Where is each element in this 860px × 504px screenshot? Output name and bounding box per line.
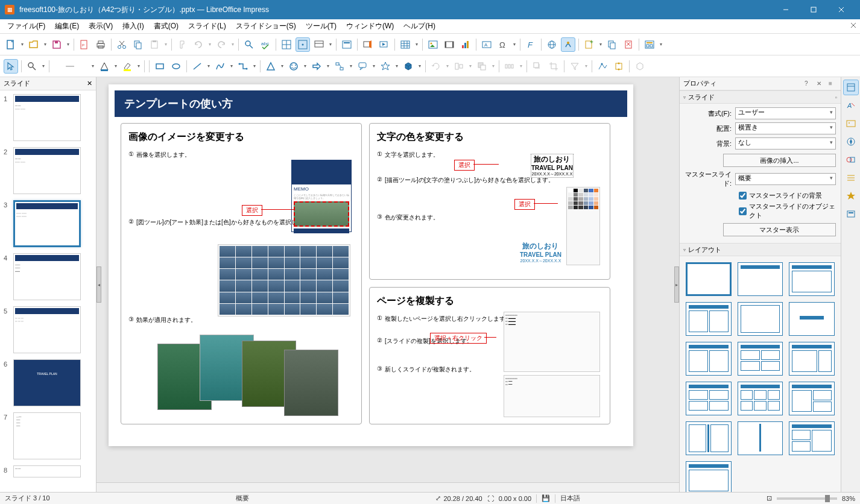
highlighting-dropdown[interactable]: ▾	[136, 63, 141, 69]
find-replace-icon[interactable]	[242, 37, 256, 52]
properties-tab-icon[interactable]	[843, 80, 859, 95]
spellcheck-icon[interactable]: abc	[258, 37, 273, 52]
layout-content-only[interactable]	[738, 302, 783, 336]
slide-layout-icon[interactable]	[642, 37, 657, 52]
shapes-tab-icon[interactable]	[843, 152, 859, 168]
arrange-icon[interactable]	[475, 59, 489, 74]
ellipse-icon[interactable]	[169, 59, 183, 74]
layout-2-1[interactable]	[789, 421, 835, 455]
menu-insert[interactable]: 挿入(I)	[118, 20, 148, 33]
grid-icon[interactable]	[279, 37, 294, 52]
save-dropdown[interactable]: ▾	[66, 42, 71, 47]
display-views-icon[interactable]	[312, 37, 326, 52]
3d-objects-icon[interactable]	[401, 59, 416, 74]
zoom-tool-icon[interactable]	[25, 59, 39, 74]
layout-comparison[interactable]	[738, 342, 783, 376]
chart-icon[interactable]	[458, 37, 473, 52]
slide-transition-tab-icon[interactable]	[843, 170, 859, 186]
redo-icon[interactable]	[214, 37, 229, 52]
layout-title-2content[interactable]	[789, 342, 835, 376]
orientation-select[interactable]: 横置き	[735, 122, 836, 134]
start-current-icon[interactable]	[377, 37, 391, 52]
menu-view[interactable]: 表示(V)	[84, 20, 118, 33]
zoom-dropdown[interactable]: ▾	[41, 63, 46, 69]
redo-dropdown[interactable]: ▾	[230, 42, 235, 47]
menu-slide[interactable]: スライド(L)	[183, 20, 231, 33]
close-button[interactable]	[827, 0, 855, 19]
format-select[interactable]: ユーザー	[735, 107, 836, 119]
block-arrows-icon[interactable]	[309, 59, 324, 74]
menu-window[interactable]: ウィンドウ(W)	[341, 20, 399, 33]
slide-thumbnail[interactable]: ━━ ━━▭▭ ▭▭	[13, 147, 81, 194]
duplicate-slide-icon[interactable]	[605, 37, 619, 52]
slides-list[interactable]: 1━━ ━━▭▭ ▭▭ 2━━ ━━▭▭ ▭▭ 3▭▭ ▭▭▭▭ ▭▭ 4━━━…	[0, 90, 96, 492]
menu-edit[interactable]: 編集(E)	[50, 20, 84, 33]
shadow-icon[interactable]	[530, 59, 545, 74]
slide-layout-dropdown[interactable]: ▾	[659, 42, 663, 47]
master-slide-icon[interactable]	[340, 37, 354, 52]
rotate-icon[interactable]	[429, 59, 443, 74]
copy-icon[interactable]	[131, 37, 145, 52]
slide-section-header[interactable]: ▿ スライド ▫	[680, 90, 841, 104]
insert-image-button[interactable]: 画像の挿入...	[723, 154, 836, 167]
layout-section-header[interactable]: ▿ レイアウト	[680, 243, 841, 256]
hyperlink-icon[interactable]	[545, 37, 559, 52]
slide-thumbnail[interactable]: ▭ ▭ ▭▭ ▭ ▭	[13, 306, 81, 353]
horizontal-scrollbar[interactable]	[96, 482, 679, 492]
document-close-icon[interactable]	[850, 22, 856, 30]
media-icon[interactable]	[442, 37, 457, 52]
slide-thumbnail[interactable]: ▭▭ ▭▭▭▭ ▭▭	[13, 200, 81, 247]
master-view-button[interactable]: マスター表示	[723, 223, 836, 236]
zoom-slider[interactable]	[777, 497, 837, 500]
arrange-dropdown[interactable]: ▾	[491, 63, 496, 69]
gluepoints-icon[interactable]	[612, 59, 626, 74]
menu-tools[interactable]: ツール(T)	[301, 20, 341, 33]
new-icon[interactable]	[4, 37, 18, 52]
rotate-dropdown[interactable]: ▾	[445, 63, 450, 69]
align-objects-dropdown[interactable]: ▾	[468, 63, 473, 69]
delete-slide-icon[interactable]	[621, 37, 636, 52]
clone-format-icon[interactable]	[175, 37, 189, 52]
connector-icon[interactable]	[236, 59, 250, 74]
distribute-dropdown[interactable]: ▾	[519, 63, 523, 69]
flowchart-dropdown[interactable]: ▾	[349, 63, 353, 69]
layout-two-content[interactable]	[686, 302, 732, 336]
align-objects-icon[interactable]	[452, 59, 466, 74]
start-first-icon[interactable]	[361, 37, 375, 52]
gallery-tab-icon[interactable]	[843, 116, 859, 131]
show-draw-icon[interactable]	[561, 37, 575, 52]
panel-splitter-right[interactable]	[674, 266, 679, 303]
paste-icon[interactable]	[147, 37, 162, 52]
slide-canvas[interactable]: テンプレートの使い方 画像のイメージを変更する ①画像を選択します。 選択 ME…	[109, 84, 633, 446]
image-icon[interactable]	[426, 37, 440, 52]
line-dropdown[interactable]: ▾	[206, 63, 211, 69]
filter-icon[interactable]	[568, 59, 582, 74]
save-icon[interactable]	[49, 37, 64, 52]
layout-title[interactable]	[738, 262, 783, 296]
filter-dropdown[interactable]: ▾	[584, 63, 589, 69]
line-color-icon[interactable]	[52, 59, 89, 74]
slide-thumbnail[interactable]: ━━ ━━	[13, 465, 81, 477]
open-icon[interactable]	[27, 37, 41, 52]
maximize-button[interactable]	[800, 0, 827, 19]
help-icon[interactable]: ?	[805, 80, 813, 87]
3d-objects-dropdown[interactable]: ▾	[417, 63, 422, 69]
slides-panel-close-icon[interactable]: ✕	[87, 80, 92, 87]
basic-shapes-icon[interactable]	[264, 59, 278, 74]
fill-color-dropdown[interactable]: ▾	[113, 63, 118, 69]
new-dropdown[interactable]: ▾	[20, 42, 25, 47]
callout-icon[interactable]	[355, 59, 370, 74]
layout-v-split[interactable]	[686, 421, 732, 455]
master-select[interactable]: 概要	[735, 173, 836, 185]
layout-1-2[interactable]	[789, 382, 835, 415]
fit-page-icon[interactable]: ⊡	[767, 494, 772, 502]
points-icon[interactable]	[595, 59, 610, 74]
layout-v-center[interactable]	[738, 421, 783, 455]
extrusion-icon[interactable]	[633, 59, 647, 74]
basic-shapes-dropdown[interactable]: ▾	[280, 63, 285, 69]
distribute-icon[interactable]	[502, 59, 517, 74]
menu-icon[interactable]: ✕	[817, 80, 825, 87]
new-slide-icon[interactable]: +	[582, 37, 596, 52]
table-icon[interactable]	[398, 37, 413, 52]
panel-splitter-left[interactable]	[96, 266, 101, 303]
